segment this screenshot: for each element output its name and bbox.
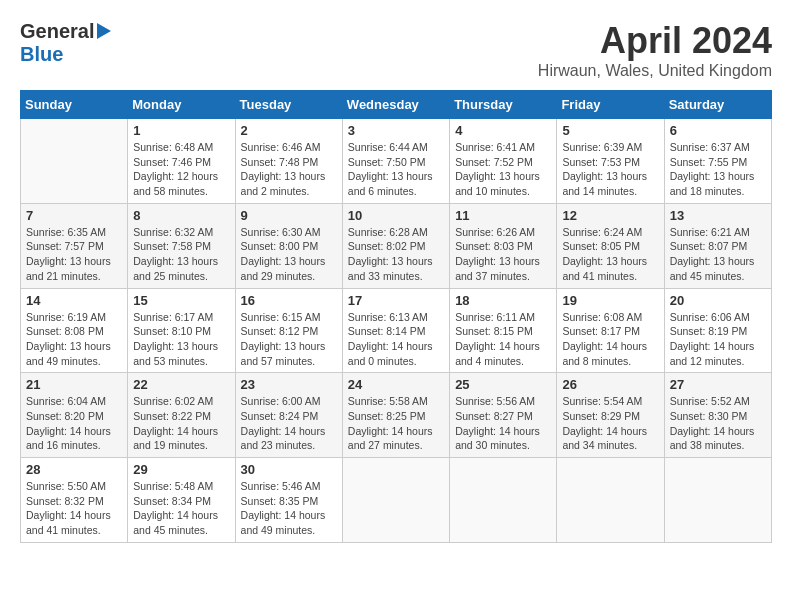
day-number: 10 xyxy=(348,208,444,223)
day-number: 2 xyxy=(241,123,337,138)
logo-blue: Blue xyxy=(20,43,63,66)
calendar-cell: 19Sunrise: 6:08 AMSunset: 8:17 PMDayligh… xyxy=(557,288,664,373)
day-info: Sunrise: 6:26 AMSunset: 8:03 PMDaylight:… xyxy=(455,225,551,284)
day-number: 22 xyxy=(133,377,229,392)
day-number: 24 xyxy=(348,377,444,392)
day-number: 9 xyxy=(241,208,337,223)
calendar-week-row: 1Sunrise: 6:48 AMSunset: 7:46 PMDaylight… xyxy=(21,119,772,204)
day-number: 18 xyxy=(455,293,551,308)
day-number: 26 xyxy=(562,377,658,392)
calendar-cell: 13Sunrise: 6:21 AMSunset: 8:07 PMDayligh… xyxy=(664,203,771,288)
calendar-cell: 29Sunrise: 5:48 AMSunset: 8:34 PMDayligh… xyxy=(128,458,235,543)
calendar-cell: 1Sunrise: 6:48 AMSunset: 7:46 PMDaylight… xyxy=(128,119,235,204)
calendar-cell: 25Sunrise: 5:56 AMSunset: 8:27 PMDayligh… xyxy=(450,373,557,458)
calendar-cell: 21Sunrise: 6:04 AMSunset: 8:20 PMDayligh… xyxy=(21,373,128,458)
calendar-cell: 23Sunrise: 6:00 AMSunset: 8:24 PMDayligh… xyxy=(235,373,342,458)
day-info: Sunrise: 5:56 AMSunset: 8:27 PMDaylight:… xyxy=(455,394,551,453)
calendar-cell: 28Sunrise: 5:50 AMSunset: 8:32 PMDayligh… xyxy=(21,458,128,543)
day-number: 30 xyxy=(241,462,337,477)
logo: General Blue xyxy=(20,20,111,66)
day-info: Sunrise: 6:32 AMSunset: 7:58 PMDaylight:… xyxy=(133,225,229,284)
calendar-cell xyxy=(21,119,128,204)
day-info: Sunrise: 5:58 AMSunset: 8:25 PMDaylight:… xyxy=(348,394,444,453)
calendar-cell: 17Sunrise: 6:13 AMSunset: 8:14 PMDayligh… xyxy=(342,288,449,373)
day-number: 15 xyxy=(133,293,229,308)
day-number: 5 xyxy=(562,123,658,138)
day-number: 7 xyxy=(26,208,122,223)
col-header-sunday: Sunday xyxy=(21,91,128,119)
calendar-cell: 11Sunrise: 6:26 AMSunset: 8:03 PMDayligh… xyxy=(450,203,557,288)
header: General Blue April 2024 Hirwaun, Wales, … xyxy=(20,20,772,80)
logo-arrow-icon xyxy=(97,23,111,39)
day-number: 20 xyxy=(670,293,766,308)
day-info: Sunrise: 6:15 AMSunset: 8:12 PMDaylight:… xyxy=(241,310,337,369)
calendar-cell: 18Sunrise: 6:11 AMSunset: 8:15 PMDayligh… xyxy=(450,288,557,373)
calendar-cell: 2Sunrise: 6:46 AMSunset: 7:48 PMDaylight… xyxy=(235,119,342,204)
calendar-cell: 4Sunrise: 6:41 AMSunset: 7:52 PMDaylight… xyxy=(450,119,557,204)
day-number: 11 xyxy=(455,208,551,223)
calendar-cell xyxy=(450,458,557,543)
day-info: Sunrise: 6:19 AMSunset: 8:08 PMDaylight:… xyxy=(26,310,122,369)
calendar-cell: 7Sunrise: 6:35 AMSunset: 7:57 PMDaylight… xyxy=(21,203,128,288)
calendar-cell: 26Sunrise: 5:54 AMSunset: 8:29 PMDayligh… xyxy=(557,373,664,458)
day-info: Sunrise: 6:21 AMSunset: 8:07 PMDaylight:… xyxy=(670,225,766,284)
day-info: Sunrise: 6:39 AMSunset: 7:53 PMDaylight:… xyxy=(562,140,658,199)
col-header-thursday: Thursday xyxy=(450,91,557,119)
day-info: Sunrise: 6:08 AMSunset: 8:17 PMDaylight:… xyxy=(562,310,658,369)
day-number: 27 xyxy=(670,377,766,392)
day-info: Sunrise: 6:06 AMSunset: 8:19 PMDaylight:… xyxy=(670,310,766,369)
calendar-week-row: 7Sunrise: 6:35 AMSunset: 7:57 PMDaylight… xyxy=(21,203,772,288)
day-info: Sunrise: 6:04 AMSunset: 8:20 PMDaylight:… xyxy=(26,394,122,453)
day-number: 17 xyxy=(348,293,444,308)
month-title: April 2024 xyxy=(538,20,772,62)
calendar-cell: 8Sunrise: 6:32 AMSunset: 7:58 PMDaylight… xyxy=(128,203,235,288)
day-info: Sunrise: 6:02 AMSunset: 8:22 PMDaylight:… xyxy=(133,394,229,453)
calendar-cell xyxy=(342,458,449,543)
calendar-cell: 15Sunrise: 6:17 AMSunset: 8:10 PMDayligh… xyxy=(128,288,235,373)
day-info: Sunrise: 6:13 AMSunset: 8:14 PMDaylight:… xyxy=(348,310,444,369)
day-info: Sunrise: 6:35 AMSunset: 7:57 PMDaylight:… xyxy=(26,225,122,284)
day-info: Sunrise: 6:00 AMSunset: 8:24 PMDaylight:… xyxy=(241,394,337,453)
day-number: 13 xyxy=(670,208,766,223)
day-info: Sunrise: 5:52 AMSunset: 8:30 PMDaylight:… xyxy=(670,394,766,453)
day-info: Sunrise: 6:48 AMSunset: 7:46 PMDaylight:… xyxy=(133,140,229,199)
calendar-week-row: 28Sunrise: 5:50 AMSunset: 8:32 PMDayligh… xyxy=(21,458,772,543)
day-number: 19 xyxy=(562,293,658,308)
day-number: 21 xyxy=(26,377,122,392)
calendar-cell: 9Sunrise: 6:30 AMSunset: 8:00 PMDaylight… xyxy=(235,203,342,288)
col-header-tuesday: Tuesday xyxy=(235,91,342,119)
day-number: 6 xyxy=(670,123,766,138)
title-area: April 2024 Hirwaun, Wales, United Kingdo… xyxy=(538,20,772,80)
day-number: 14 xyxy=(26,293,122,308)
day-number: 3 xyxy=(348,123,444,138)
day-number: 23 xyxy=(241,377,337,392)
calendar-cell: 30Sunrise: 5:46 AMSunset: 8:35 PMDayligh… xyxy=(235,458,342,543)
calendar-cell: 14Sunrise: 6:19 AMSunset: 8:08 PMDayligh… xyxy=(21,288,128,373)
calendar-week-row: 21Sunrise: 6:04 AMSunset: 8:20 PMDayligh… xyxy=(21,373,772,458)
day-number: 16 xyxy=(241,293,337,308)
day-number: 1 xyxy=(133,123,229,138)
day-info: Sunrise: 6:44 AMSunset: 7:50 PMDaylight:… xyxy=(348,140,444,199)
day-info: Sunrise: 5:50 AMSunset: 8:32 PMDaylight:… xyxy=(26,479,122,538)
day-number: 4 xyxy=(455,123,551,138)
location: Hirwaun, Wales, United Kingdom xyxy=(538,62,772,80)
calendar-cell xyxy=(664,458,771,543)
calendar-cell: 22Sunrise: 6:02 AMSunset: 8:22 PMDayligh… xyxy=(128,373,235,458)
calendar: SundayMondayTuesdayWednesdayThursdayFrid… xyxy=(20,90,772,543)
day-number: 28 xyxy=(26,462,122,477)
col-header-saturday: Saturday xyxy=(664,91,771,119)
day-info: Sunrise: 6:46 AMSunset: 7:48 PMDaylight:… xyxy=(241,140,337,199)
col-header-friday: Friday xyxy=(557,91,664,119)
day-number: 29 xyxy=(133,462,229,477)
calendar-cell: 10Sunrise: 6:28 AMSunset: 8:02 PMDayligh… xyxy=(342,203,449,288)
col-header-wednesday: Wednesday xyxy=(342,91,449,119)
day-info: Sunrise: 5:54 AMSunset: 8:29 PMDaylight:… xyxy=(562,394,658,453)
day-info: Sunrise: 5:46 AMSunset: 8:35 PMDaylight:… xyxy=(241,479,337,538)
day-info: Sunrise: 6:30 AMSunset: 8:00 PMDaylight:… xyxy=(241,225,337,284)
calendar-cell: 20Sunrise: 6:06 AMSunset: 8:19 PMDayligh… xyxy=(664,288,771,373)
day-info: Sunrise: 6:37 AMSunset: 7:55 PMDaylight:… xyxy=(670,140,766,199)
calendar-cell: 12Sunrise: 6:24 AMSunset: 8:05 PMDayligh… xyxy=(557,203,664,288)
calendar-cell: 5Sunrise: 6:39 AMSunset: 7:53 PMDaylight… xyxy=(557,119,664,204)
col-header-monday: Monday xyxy=(128,91,235,119)
logo-general: General xyxy=(20,20,94,43)
